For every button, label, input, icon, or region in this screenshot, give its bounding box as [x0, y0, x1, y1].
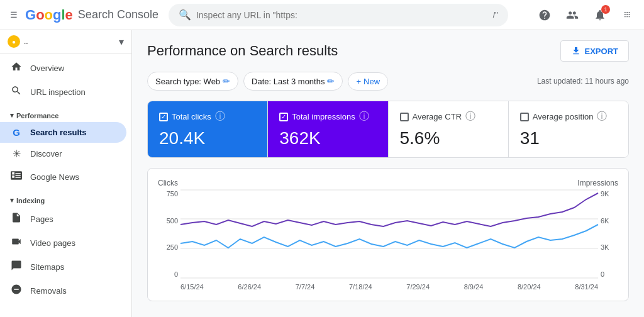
video-icon — [10, 236, 23, 250]
property-icon: ● — [8, 35, 20, 48]
new-filter-button[interactable]: + New — [348, 72, 388, 91]
sidebar-item-url-inspection[interactable]: URL inspection — [0, 80, 126, 104]
metric-cards: Total clicks ⓘ 20.4K Total impressions ⓘ… — [147, 101, 629, 158]
discover-icon: ✳ — [10, 148, 23, 160]
sidebar-label-removals: Removals — [30, 286, 67, 296]
sidebar: ● .. ▾ Overview URL inspection ▾ Perform… — [0, 30, 132, 317]
sidebar-label-discover: Discover — [30, 149, 62, 158]
expand-indexing-icon[interactable]: ▾ — [10, 196, 14, 204]
sidebar-item-video-pages[interactable]: Video pages — [0, 231, 126, 255]
home-icon — [10, 61, 23, 75]
url-inspection-icon — [10, 85, 23, 99]
y-axis-right: 9K 6K 3K 0 — [601, 190, 618, 278]
chart-svg-container — [180, 190, 598, 278]
new-label: New — [364, 77, 380, 86]
export-label: EXPORT — [585, 47, 618, 56]
search-type-edit-icon[interactable]: ✏ — [223, 76, 230, 86]
performance-section-header: ▾ Performance — [0, 104, 131, 122]
sidebar-nav: Overview URL inspection ▾ Performance G … — [0, 53, 131, 305]
google-g-icon: G — [10, 127, 23, 138]
performance-chart: Clicks Impressions 750 500 250 0 9K 6K 3… — [147, 168, 629, 301]
sidebar-item-discover[interactable]: ✳ Discover — [0, 143, 126, 165]
notification-badge: 1 — [601, 5, 610, 14]
indexing-section-label: Indexing — [16, 197, 45, 204]
indexing-section-header: ▾ Indexing — [0, 189, 131, 207]
sidebar-label-google-news: Google News — [30, 172, 79, 182]
position-checkbox[interactable] — [520, 113, 529, 121]
chart-lines — [180, 190, 598, 278]
plus-icon: + — [356, 77, 361, 86]
google-logo: Google — [25, 7, 73, 23]
sidebar-item-overview[interactable]: Overview — [0, 56, 126, 80]
app-title: Search Console — [78, 8, 158, 21]
search-type-label: Search type: Web — [155, 77, 220, 86]
sidebar-label-search-results: Search results — [30, 128, 87, 137]
impressions-checkbox[interactable] — [279, 113, 288, 121]
export-button[interactable]: EXPORT — [560, 40, 629, 62]
sidebar-label-url-inspection: URL inspection — [30, 87, 86, 97]
ctr-label: Average CTR — [413, 112, 462, 121]
date-range-label: Date: Last 3 months — [252, 77, 325, 86]
date-range-edit-icon[interactable]: ✏ — [327, 76, 335, 86]
ctr-value: 5.6% — [400, 128, 497, 148]
search-type-filter[interactable]: Search type: Web ✏ — [147, 72, 238, 91]
sidebar-item-removals[interactable]: Removals — [0, 279, 126, 303]
performance-section-label: Performance — [16, 112, 58, 120]
menu-icon[interactable]: ☰ — [5, 5, 23, 25]
news-icon — [10, 170, 23, 184]
metric-avg-position[interactable]: Average position ⓘ 31 — [509, 101, 628, 157]
page-title: Performance on Search results — [147, 43, 338, 59]
metric-avg-ctr[interactable]: Average CTR ⓘ 5.6% — [389, 101, 509, 157]
sidebar-item-search-results[interactable]: G Search results — [0, 122, 126, 143]
sidebar-label-sitemaps: Sitemaps — [30, 262, 64, 272]
date-range-filter[interactable]: Date: Last 3 months ✏ — [243, 72, 343, 91]
position-label: Average position — [533, 112, 594, 121]
impressions-value: 362K — [279, 128, 376, 148]
ctr-checkbox[interactable] — [400, 113, 409, 121]
property-chevron-icon: ▾ — [119, 36, 124, 48]
clicks-checkbox[interactable] — [159, 113, 168, 121]
main-header: Performance on Search results EXPORT — [147, 40, 629, 62]
sidebar-label-pages: Pages — [30, 214, 53, 224]
expand-performance-icon[interactable]: ▾ — [10, 111, 14, 120]
app-header: ☰ Google Search Console 🔍 /" 1 — [0, 0, 644, 30]
search-icon: 🔍 — [179, 9, 191, 21]
chart-right-label: Impressions — [577, 179, 618, 187]
sidebar-label-overview: Overview — [30, 64, 64, 73]
url-search-bar[interactable]: 🔍 /" — [169, 4, 508, 26]
url-search-input[interactable] — [196, 10, 493, 20]
sitemaps-icon — [10, 260, 23, 274]
account-icon[interactable] — [561, 4, 584, 26]
position-help-icon[interactable]: ⓘ — [597, 110, 607, 123]
sidebar-item-google-news[interactable]: Google News — [0, 165, 126, 189]
pages-icon — [10, 212, 23, 226]
main-layout: ● .. ▾ Overview URL inspection ▾ Perform… — [0, 30, 644, 317]
property-selector[interactable]: ● .. ▾ — [0, 30, 131, 53]
y-axis-left: 750 500 250 0 — [158, 190, 178, 278]
metric-total-impressions[interactable]: Total impressions ⓘ 362K — [268, 101, 388, 157]
impressions-help-icon[interactable]: ⓘ — [359, 110, 369, 123]
removals-icon — [10, 284, 23, 298]
help-icon[interactable] — [533, 4, 556, 26]
main-content: Performance on Search results EXPORT Sea… — [132, 30, 644, 317]
x-axis-labels: 6/15/24 6/26/24 7/7/24 7/18/24 7/29/24 8… — [180, 283, 598, 291]
filter-row: Search type: Web ✏ Date: Last 3 months ✏… — [147, 72, 629, 91]
header-actions: 1 — [533, 4, 639, 26]
notification-icon[interactable]: 1 — [589, 4, 611, 26]
clicks-label: Total clicks — [172, 112, 211, 121]
search-suffix: /" — [493, 10, 498, 19]
sidebar-item-sitemaps[interactable]: Sitemaps — [0, 255, 126, 279]
metric-total-clicks[interactable]: Total clicks ⓘ 20.4K — [148, 101, 268, 157]
impressions-label: Total impressions — [292, 112, 355, 121]
clicks-help-icon[interactable]: ⓘ — [215, 110, 225, 123]
ctr-help-icon[interactable]: ⓘ — [465, 110, 475, 123]
property-name: .. — [24, 37, 115, 46]
sidebar-item-pages[interactable]: Pages — [0, 207, 126, 231]
sidebar-label-video-pages: Video pages — [30, 238, 75, 248]
chart-area: 750 500 250 0 9K 6K 3K 0 — [158, 190, 618, 291]
clicks-value: 20.4K — [159, 128, 256, 148]
apps-icon[interactable] — [616, 4, 639, 26]
last-updated-label: Last updated: 11 hours ago — [537, 77, 629, 86]
chart-left-label: Clicks — [158, 179, 178, 187]
position-value: 31 — [520, 128, 617, 148]
